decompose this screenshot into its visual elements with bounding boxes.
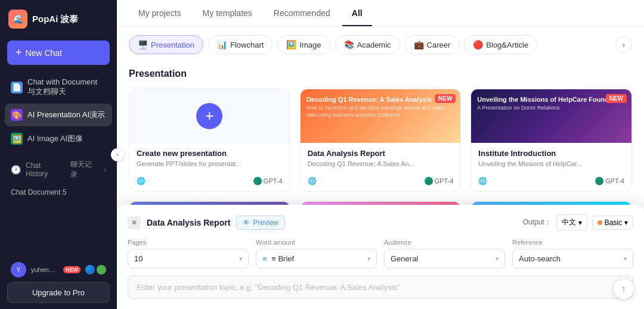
upgrade-label: Upgrade to Pro: [32, 288, 85, 297]
card-footer-institute: 🌐 GPT-4: [471, 173, 631, 191]
gpt-circle-2: [425, 177, 433, 185]
tab-recommended-label: Recommended: [274, 8, 330, 18]
tab-my-templates[interactable]: My templates: [193, 0, 262, 26]
new-badge-data-analysis: NEW: [435, 94, 456, 103]
cat-image[interactable]: 🖼️ Image: [277, 35, 330, 54]
reference-value: Auto-search: [519, 254, 561, 263]
card-desc-data-analysis: Decoding Q1 Revenue; A Sales An...: [308, 160, 454, 168]
ai-presentation-icon: 🎨: [11, 109, 23, 121]
gpt-badge-institute: GPT-4: [595, 177, 624, 185]
chat-doc-history-item[interactable]: Chat Document 5: [0, 185, 117, 200]
tab-all-label: All: [352, 8, 363, 18]
new-chat-button[interactable]: + New Chat: [7, 40, 110, 65]
sidebar-toggle[interactable]: ‹: [111, 148, 124, 161]
sidebar-item-label-ai-image: AI Image AI图像: [27, 133, 83, 144]
cat-flowchart-label: Flowchart: [230, 40, 264, 49]
card-body-create: Create new presentation Generate PPT/sli…: [129, 143, 290, 173]
word-amount-select[interactable]: ≡ ≡ Brief ▾: [256, 249, 377, 269]
plus-icon: +: [16, 46, 22, 59]
scroll-top-button[interactable]: ↑: [613, 278, 634, 299]
card-thumb-create: +: [129, 89, 290, 143]
sidebar-item-ai-image[interactable]: 🖼️ AI Image AI图像: [5, 127, 112, 150]
card-create-new[interactable]: + Create new presentation Generate PPT/s…: [129, 89, 290, 192]
category-bar: 🖥️ Presentation 📊 Flowchart 🖼️ Image 📚 A…: [117, 27, 644, 63]
academic-icon: 📚: [344, 40, 354, 49]
flowchart-icon: 📊: [217, 40, 227, 49]
pages-select[interactable]: 10 ▾: [128, 249, 249, 269]
card-thumb-institute: Unveiling the Missions of HelpCare Found…: [471, 89, 631, 143]
ai-image-icon: 🖼️: [11, 133, 23, 145]
eye-icon: 👁: [243, 219, 250, 227]
tab-all[interactable]: All: [342, 0, 372, 26]
cat-blog-article[interactable]: 🔴 Blog&Article: [464, 35, 537, 54]
cat-flowchart[interactable]: 📊 Flowchart: [208, 35, 273, 54]
browser-icons: [85, 265, 106, 274]
tab-my-projects[interactable]: My projects: [129, 0, 191, 26]
eq-icon: ≡: [262, 254, 267, 263]
chat-history-label: Chat History: [26, 161, 64, 178]
gpt-label: GPT-4: [264, 177, 283, 185]
gpt-circle: [253, 177, 262, 185]
output-label: Output：: [523, 217, 552, 227]
scroll-top-icon: ↑: [622, 284, 626, 294]
card-meta-create: 🌐: [137, 177, 145, 185]
modal-fields: Pages 10 ▾ Word amount ≡ ≡ Brief ▾ Audie…: [128, 239, 633, 269]
category-chevron[interactable]: ›: [615, 36, 632, 53]
modal-overlay: ✕ Data Analysis Report 👁 Preview Output：…: [117, 205, 644, 309]
gpt-circle-3: [595, 177, 603, 185]
basic-select[interactable]: Basic ▾: [592, 216, 633, 230]
browser-icon-other: [97, 265, 106, 274]
main-content: My projects My templates Recommended All…: [117, 0, 644, 309]
career-icon: 💼: [414, 40, 424, 49]
reference-label: Reference: [512, 239, 633, 246]
chat-history-label-cn: 聊天记录: [70, 160, 99, 180]
card-footer-data-analysis: 🌐 GPT-4: [301, 173, 461, 191]
cat-career-label: Career: [427, 40, 451, 49]
upgrade-button[interactable]: Upgrade to Pro: [7, 282, 110, 303]
sidebar-bottom: Y yuheng@qbitai.co... NEW Upgrade to Pro: [0, 251, 117, 309]
globe-icon-3: 🌐: [478, 177, 487, 185]
cat-career[interactable]: 💼 Career: [405, 35, 460, 54]
gpt-badge-create: GPT-4: [253, 177, 283, 185]
close-icon: ✕: [131, 219, 137, 227]
pages-value: 10: [134, 254, 143, 263]
audience-select[interactable]: General ▾: [384, 249, 505, 269]
cat-academic[interactable]: 📚 Academic: [335, 35, 400, 54]
modal-title: Data Analysis Report: [147, 218, 230, 227]
sidebar-item-chat-doc[interactable]: 📄 Chat with Document 与文档聊天: [5, 72, 112, 102]
card-title-create: Create new presentation: [137, 149, 283, 158]
word-amount-arrow: ▾: [367, 255, 370, 262]
field-group-pages: Pages 10 ▾: [128, 239, 249, 269]
reference-arrow: ▾: [624, 255, 627, 262]
cat-presentation[interactable]: 🖥️ Presentation: [129, 35, 203, 54]
preview-button[interactable]: 👁 Preview: [236, 216, 285, 230]
output-select[interactable]: 中文 ▾: [556, 214, 587, 230]
card-institute[interactable]: Unveiling the Missions of HelpCare Found…: [470, 89, 632, 192]
pages-label: Pages: [128, 239, 249, 246]
chat-doc-icon: 📄: [11, 82, 23, 93]
card-data-analysis[interactable]: Decoding Q1 Revenue: A Sales Analysis Ho…: [300, 89, 462, 192]
card-desc-institute: Unveiling the Missions of HelpCar...: [478, 160, 624, 168]
app-name: PopAi 波泰: [32, 14, 79, 25]
modal-header: ✕ Data Analysis Report 👁 Preview Output：…: [128, 214, 633, 230]
modal-right: Output： 中文 ▾ Basic ▾: [523, 214, 633, 230]
logo-icon: 🌊: [8, 10, 27, 29]
topic-input[interactable]: [128, 276, 633, 299]
new-badge: NEW: [63, 266, 80, 273]
card-body-data-analysis: Data Analysis Report Decoding Q1 Revenue…: [301, 143, 461, 173]
presentation-icon: 🖥️: [138, 40, 148, 49]
card-body-institute: Institute Introduction Unveiling the Mis…: [471, 143, 631, 173]
modal-close-button[interactable]: ✕: [128, 216, 141, 229]
card-desc-create: Generate PPT/slides for presentat...: [137, 160, 283, 168]
audience-label: Audience: [384, 239, 505, 246]
audience-value: General: [391, 254, 418, 263]
chevron-right-icon: ›: [104, 166, 106, 174]
chat-history-section[interactable]: 🕐 Chat History 聊天记录 ›: [0, 155, 117, 185]
card-meta-institute: 🌐: [478, 177, 487, 185]
field-group-audience: Audience General ▾: [384, 239, 505, 269]
globe-icon: 🌐: [137, 177, 145, 185]
sidebar-item-ai-presentation[interactable]: 🎨 AI Presentation AI演示: [5, 104, 112, 126]
tab-recommended[interactable]: Recommended: [264, 0, 340, 26]
reference-select[interactable]: Auto-search ▾: [512, 249, 633, 269]
preview-label: Preview: [253, 219, 278, 227]
